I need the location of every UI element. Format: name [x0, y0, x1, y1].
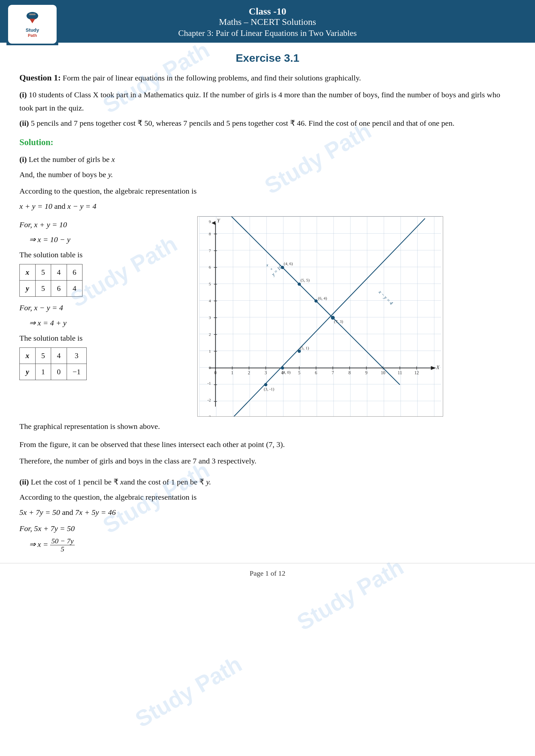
implies-eq3: ⇒ x = 50 − 7y 5 [29, 537, 516, 553]
svg-rect-5 [199, 217, 441, 416]
question-1: Question 1: Form the pair of linear equa… [19, 71, 516, 85]
svg-point-65 [281, 266, 284, 269]
graph-note: The graphical representation is shown ab… [19, 420, 516, 433]
table-2: x 5 4 3 y 1 0 −1 [19, 347, 87, 380]
part-ii-equations: 5x + 7y = 50 and 7x + 5y = 46 [19, 506, 516, 519]
intersect-text: From the figure, it can be observed that… [19, 438, 516, 451]
part-ii-label: (ii) [19, 119, 29, 127]
table-2-y-val-1: 1 [35, 364, 51, 380]
svg-text:7: 7 [331, 370, 334, 375]
logo-text: Study [26, 27, 39, 33]
svg-text:0: 0 [214, 370, 217, 375]
svg-text:9: 9 [365, 370, 367, 375]
solution-right-col: 0 1 2 3 4 5 6 7 8 9 10 11 12 [197, 216, 516, 417]
sol-part-ii-label: (ii) [19, 478, 29, 486]
svg-text:3: 3 [265, 370, 267, 375]
table-1-y-val-3: 4 [67, 281, 82, 297]
svg-text:2: 2 [209, 332, 211, 337]
part-i-solution-header: (i) Let the number of girls be x [19, 153, 516, 166]
svg-text:0: 0 [209, 365, 211, 370]
sol-part-ii-y: y. [206, 478, 211, 486]
solution-left-col: For, x + y = 10 ⇒ x = 10 − y The solutio… [19, 216, 187, 417]
part-ii-algebraic: According to the question, the algebraic… [19, 491, 516, 504]
table-2-x-val-3: 3 [67, 347, 86, 364]
fraction-denominator: 5 [60, 545, 66, 553]
question-label: Question 1: [19, 73, 61, 82]
header-subject: Maths – NCERT Solutions [219, 17, 316, 27]
for-eq2: For, x − y = 4 [19, 301, 187, 314]
svg-point-76 [264, 383, 268, 386]
equations-row: x + y = 10 and x − y = 4 [19, 200, 516, 213]
svg-text:+: + [270, 267, 273, 272]
footer-text: Page 1 of 12 [250, 569, 286, 577]
page-wrapper: Study Path Study Path Study Path Study P… [0, 0, 535, 756]
logo-box: Study Path [8, 5, 57, 44]
svg-text:x: x [266, 262, 268, 267]
svg-point-69 [314, 299, 318, 303]
part-ii-eq1: 5x + 7y = 50 [19, 508, 60, 517]
sol-part-ii-x: x [120, 478, 124, 486]
conclusion-i: Therefore, the number of girls and boys … [19, 454, 516, 468]
svg-text:(3, -1): (3, -1) [264, 387, 274, 392]
table-1-x-val-3: 6 [67, 264, 82, 281]
table1-caption: The solution table is [19, 248, 187, 261]
table-1-y-row: y 5 6 4 [20, 281, 82, 297]
table-1-x-row: x 5 4 6 [20, 264, 82, 281]
sol-part-i-x: x [112, 155, 115, 164]
table-1-x-val-2: 4 [51, 264, 67, 281]
graph-container: 0 1 2 3 4 5 6 7 8 9 10 11 12 [197, 216, 443, 417]
header-chapter: Chapter 3: Pair of Linear Equations in T… [178, 28, 357, 38]
sol-part-ii-mid: and the cost of 1 pen be ₹ [124, 478, 206, 486]
svg-text:2: 2 [248, 370, 250, 375]
part-i-label: (i) [19, 91, 27, 99]
svg-text:(7, 3): (7, 3) [334, 319, 343, 324]
solution-columns: For, x + y = 10 ⇒ x = 10 − y The solutio… [19, 216, 516, 417]
table-1-x-label: x [20, 264, 36, 281]
svg-text:(4, 6): (4, 6) [284, 261, 293, 266]
table-2-x-val-2: 4 [51, 347, 67, 364]
svg-text:5: 5 [298, 370, 300, 375]
fraction-numerator: 50 − 7y [50, 537, 75, 545]
svg-text:(5, 5): (5, 5) [300, 278, 310, 283]
table-1: x 5 4 6 y 5 6 4 [19, 264, 82, 297]
sol-part-i-line2: And, the number of boys be [19, 170, 108, 179]
equation-2: x − y = 4 [67, 202, 97, 210]
table-1-y-val-2: 6 [51, 281, 67, 297]
svg-text:4: 4 [209, 298, 211, 303]
sol-part-i-label: (i) [19, 155, 27, 164]
sol-part-i-y: y. [108, 170, 113, 179]
part-ii-text: 5 pencils and 7 pens together cost ₹ 50,… [29, 119, 455, 127]
table-2-x-row: x 5 4 3 [20, 347, 87, 364]
table-2-y-val-3: −1 [67, 364, 86, 380]
svg-text:8: 8 [348, 370, 351, 375]
svg-text:6: 6 [209, 265, 211, 270]
sol-part-i-boys: And, the number of boys be y. [19, 168, 516, 181]
header: Study Path Class -10 Maths – NCERT Solut… [0, 0, 535, 43]
solution-label: Solution: [19, 135, 516, 150]
svg-text:(4, 0): (4, 0) [281, 370, 291, 375]
svg-text:6: 6 [315, 370, 317, 375]
svg-point-71 [281, 366, 284, 369]
table-2-y-row: y 1 0 −1 [20, 364, 87, 380]
graph-svg: 0 1 2 3 4 5 6 7 8 9 10 11 12 [198, 217, 443, 416]
header-class: Class -10 [249, 6, 286, 17]
header-titles: Class -10 Maths – NCERT Solutions Chapte… [7, 6, 528, 38]
table-1-y-val-1: 5 [35, 281, 51, 297]
table-1-y-label: y [20, 281, 36, 297]
part-i-question: (i) 10 students of Class X took part in … [19, 88, 516, 115]
sol-part-i-line1: Let the number of girls be [29, 155, 112, 164]
table-2-x-label: x [20, 347, 36, 364]
question-text: Form the pair of linear equations in the… [61, 74, 361, 82]
svg-rect-3 [29, 14, 36, 15]
table2-caption: The solution table is [19, 332, 187, 345]
svg-text:10: 10 [381, 370, 385, 375]
svg-text:X: X [436, 364, 440, 370]
svg-text:-3: -3 [207, 414, 211, 416]
part-ii-question: (ii) 5 pencils and 7 pens together cost … [19, 117, 516, 130]
footer: Page 1 of 12 [0, 563, 535, 581]
svg-text:1: 1 [209, 348, 211, 353]
svg-text:7: 7 [209, 248, 211, 253]
svg-text:(6, 4): (6, 4) [318, 296, 327, 301]
svg-text:-1: -1 [207, 381, 211, 386]
svg-text:3: 3 [209, 315, 211, 320]
